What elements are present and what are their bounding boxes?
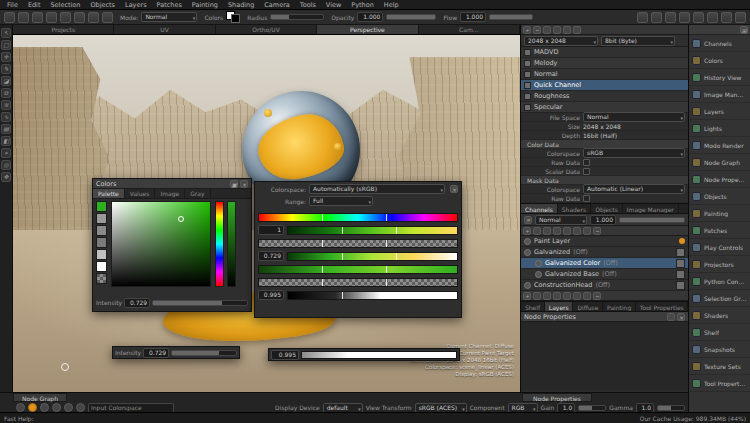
blend-mode-dropdown[interactable]: Normal [535,215,587,225]
value-popup-field[interactable]: 0.995 [271,350,299,360]
channel-row[interactable]: Melody [521,58,688,69]
undo-icon[interactable] [46,12,57,23]
close-icon[interactable]: × [240,180,248,188]
palette-button-shaders[interactable]: Shaders [689,307,750,324]
channel-row-selected[interactable]: Quick Channel [521,80,688,91]
palette-button-tool-properties[interactable]: Tool Properties [689,375,750,392]
palette-button-snapshots[interactable]: Snapshots [689,341,750,358]
menu-painting[interactable]: Painting [188,1,222,9]
color-sample-icon[interactable] [721,12,732,23]
intensity-field[interactable]: 0.729 [124,298,150,308]
channel-size-dropdown[interactable]: 2048 x 2048 [524,36,598,46]
mirror-icon[interactable] [637,12,648,23]
ramp-value-field[interactable]: 1 [258,225,284,235]
menu-shading[interactable]: Shading [224,1,258,9]
palette-button-painting[interactable]: Painting [689,205,750,222]
view-transform-dropdown[interactable]: sRGB (ACES) [415,403,467,413]
gradient-tool-icon[interactable]: ▤ [1,124,11,134]
palette-button-colors[interactable]: Colors [689,52,750,69]
visibility-icon[interactable] [524,249,531,256]
menu-edit[interactable]: Edit [24,1,45,9]
dock-tab-diffuse[interactable]: Diffuse [573,302,603,311]
color-swatch[interactable] [96,201,107,212]
remove-layer-icon[interactable]: − [593,227,601,235]
palette-button-image-manager[interactable]: Image Manager [689,86,750,103]
pan-tool-icon[interactable]: ✥ [1,172,11,182]
visibility-icon[interactable] [535,260,542,267]
zoom-tool-icon[interactable]: ◎ [1,160,11,170]
palette-button-lights[interactable]: Lights [689,120,750,137]
green-ramp[interactable] [287,252,458,261]
palette-button-selection-groups[interactable]: Selection Groups [689,290,750,307]
footer-delete-icon[interactable]: − [593,292,601,300]
dock-tab-shaders[interactable]: Shaders [558,204,591,213]
palette-button-projectors[interactable]: Projectors [689,256,750,273]
component-dropdown[interactable]: RGB [508,403,538,413]
add-channel-icon[interactable]: + [523,26,531,34]
display-device-dropdown[interactable]: default [323,403,363,413]
dock-tab-painting[interactable]: Painting [603,302,636,311]
open-project-icon[interactable] [18,12,29,23]
cut-icon[interactable] [74,12,85,23]
close-icon[interactable]: × [450,185,458,193]
visibility-icon[interactable] [524,282,531,289]
ng-settings-icon[interactable] [76,403,85,412]
ng-pan-icon[interactable] [16,403,25,412]
duplicate-channel-icon[interactable] [543,26,551,34]
palette-button-shelf[interactable]: Shelf [689,324,750,341]
hue-strip[interactable] [215,201,224,287]
remove-channel-icon[interactable]: − [533,26,541,34]
intensity-slider[interactable] [152,300,248,306]
import-channel-icon[interactable] [553,26,561,34]
eyedropper-tool-icon[interactable]: ⌖ [1,148,11,158]
mask-colorspace-dropdown[interactable]: Automatic (Linear) [583,184,685,194]
panel-menu-icon[interactable]: ⊞ [740,26,748,34]
dock-tab-shelf[interactable]: Shelf [521,302,545,311]
redo-icon[interactable] [60,12,71,23]
channel-depth-dropdown[interactable]: 8bit (Byte) [601,36,675,46]
palette-button-objects[interactable]: Objects [689,188,750,205]
tab-cam[interactable]: Cam... [419,25,520,34]
dock-tab-tool-properties[interactable]: Tool Properties [636,302,688,311]
value-gradient-bar[interactable] [301,351,457,359]
palette-button-layers[interactable]: Layers [689,103,750,120]
channel-row[interactable]: Roughness [521,91,688,102]
layer-menu-icon[interactable]: ≡ [524,216,532,224]
hue-ramp[interactable] [258,213,458,222]
footer-add-mask-icon[interactable] [543,292,551,300]
mask-raw-checkbox[interactable] [583,195,590,202]
menu-camera[interactable]: Camera [260,1,294,9]
menu-patches[interactable]: Patches [153,1,186,9]
layer-row[interactable]: Galvanized Base (Off) [521,269,688,280]
color-swatch[interactable] [96,213,107,224]
menu-help[interactable]: Help [380,1,403,9]
save-icon[interactable] [32,12,43,23]
tab-ortho-uv[interactable]: Ortho/UV [216,25,317,34]
gamma-field[interactable]: 1.0 [636,403,654,413]
gain-field[interactable]: 1.0 [557,403,575,413]
palette-button-python-console[interactable]: Python Console [689,273,750,290]
range-dropdown[interactable]: Full [309,196,373,206]
ramp-value-field[interactable]: 0.995 [258,290,284,300]
palette-button-texture-sets[interactable]: Texture Sets [689,358,750,375]
radius-slider[interactable] [270,14,324,20]
erase-tool-icon[interactable]: ◪ [1,76,11,86]
node-graph-tab[interactable]: Node Graph [13,393,67,402]
layer-opacity-field[interactable]: 1.000 [590,215,616,225]
paint-mode-dropdown[interactable]: Normal [141,12,197,22]
menu-python[interactable]: Python [347,1,378,9]
footer-add-layer-icon[interactable]: + [523,292,531,300]
duplicate-layer-icon[interactable] [563,227,571,235]
footer-procedural-icon[interactable] [563,292,571,300]
ng-grid-icon[interactable] [64,403,73,412]
tab-perspective[interactable]: Perspective [317,25,418,34]
menu-selection[interactable]: Selection [46,1,84,9]
paint-tool-icon[interactable]: ✎ [1,64,11,74]
menu-layers[interactable]: Layers [121,1,151,9]
value-strip[interactable] [227,201,236,287]
node-properties-titlebar[interactable]: Node Properties × [521,312,688,322]
intensity-popup-field[interactable]: 0.729 [143,348,169,358]
scalar-data-checkbox[interactable] [583,168,590,175]
colorspace-dropdown[interactable]: Automatically (sRGB) [309,184,445,194]
color-swatch[interactable] [96,261,107,272]
